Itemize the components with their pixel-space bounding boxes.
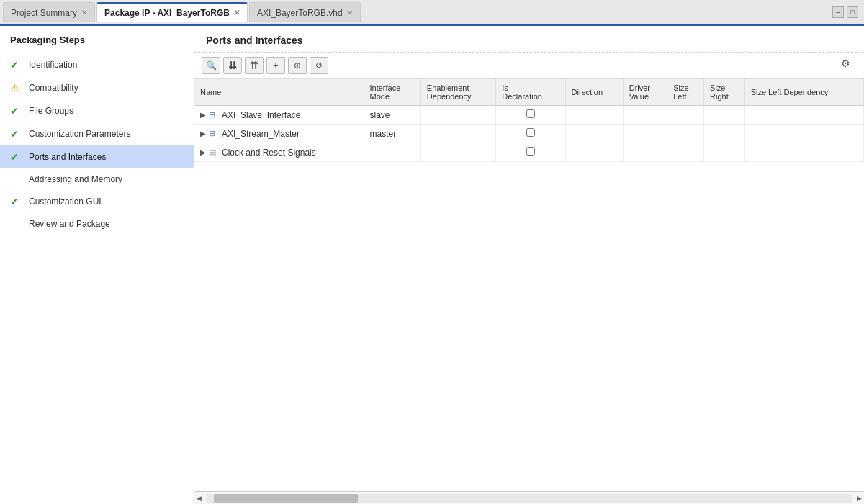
tab-label: AXI_BayerToRGB.vhd bbox=[257, 8, 343, 18]
tab-label: Package IP - AXI_BayerToRGB bbox=[104, 8, 230, 18]
tab-close-project-summary[interactable]: ✕ bbox=[81, 9, 87, 17]
is-declaration-checkbox-clock[interactable] bbox=[526, 147, 535, 156]
is-declaration-checkbox-axi-stream[interactable] bbox=[526, 128, 535, 137]
size-left-cell bbox=[667, 106, 704, 125]
table-row: ▶ ▤ Clock and Reset Signals bbox=[194, 143, 864, 162]
col-direction: Direction bbox=[565, 79, 623, 106]
scrollbar-thumb bbox=[214, 494, 358, 503]
sidebar-item-customization-parameters[interactable]: ✔ Customization Parameters bbox=[0, 122, 194, 145]
scroll-left-arrow[interactable]: ◀ bbox=[194, 495, 204, 502]
col-interface-mode: InterfaceMode bbox=[364, 79, 420, 106]
sidebar-item-compatibility[interactable]: ⚠ Compatibility bbox=[0, 76, 194, 99]
tab-package-ip[interactable]: Package IP - AXI_BayerToRGB ✕ bbox=[96, 2, 248, 22]
tab-vhd-file[interactable]: AXI_BayerToRGB.vhd ✕ bbox=[249, 2, 361, 22]
horizontal-scrollbar[interactable] bbox=[207, 494, 852, 503]
sidebar-title: Packaging Steps bbox=[0, 26, 194, 53]
refresh-icon: ↺ bbox=[315, 60, 323, 71]
tab-bar: Project Summary ✕ Package IP - AXI_Bayer… bbox=[0, 0, 864, 26]
enablement-dep-cell bbox=[420, 143, 495, 162]
is-declaration-cell bbox=[496, 106, 565, 125]
sidebar-item-review-and-package[interactable]: Review and Package bbox=[0, 213, 194, 235]
sidebar-item-label: Compatibility bbox=[29, 83, 78, 93]
size-right-cell bbox=[704, 143, 745, 162]
row-name-axi-stream: AXI_Stream_Master bbox=[222, 129, 300, 139]
check-icon-identification: ✔ bbox=[10, 59, 23, 71]
size-right-cell bbox=[704, 106, 745, 125]
is-declaration-checkbox-axi-slave[interactable] bbox=[526, 109, 535, 118]
interface-mode-cell: master bbox=[364, 125, 420, 143]
enablement-dep-cell bbox=[420, 106, 495, 125]
warn-icon-compatibility: ⚠ bbox=[10, 82, 23, 94]
maximize-button[interactable]: □ bbox=[847, 6, 858, 18]
collapse-all-button[interactable]: ⇊ bbox=[223, 57, 242, 74]
driver-value-cell bbox=[623, 106, 667, 125]
table-row: ▶ ⊞ AXI_Slave_Interface slave bbox=[194, 106, 864, 125]
check-icon-ports: ✔ bbox=[10, 151, 23, 163]
direction-cell bbox=[565, 143, 623, 162]
enablement-dep-cell bbox=[420, 125, 495, 143]
col-is-declaration: IsDeclaration bbox=[496, 79, 565, 106]
check-icon-file-groups: ✔ bbox=[10, 105, 23, 117]
tab-close-vhd[interactable]: ✕ bbox=[347, 9, 353, 17]
interface-mode-cell bbox=[364, 143, 420, 162]
sidebar-item-ports-and-interfaces[interactable]: ✔ Ports and Interfaces bbox=[0, 145, 194, 168]
bottom-bar: ◀ ▶ bbox=[194, 491, 864, 504]
sidebar-item-label: Review and Package bbox=[29, 219, 110, 229]
expand-btn-axi-slave[interactable]: ▶ bbox=[200, 111, 206, 119]
col-name: Name bbox=[194, 79, 364, 106]
table-wrapper: Name InterfaceMode EnablementDependency … bbox=[194, 79, 864, 491]
ports-table: Name InterfaceMode EnablementDependency … bbox=[194, 79, 864, 162]
direction-cell bbox=[565, 106, 623, 125]
minimize-button[interactable]: – bbox=[832, 6, 844, 18]
driver-value-cell bbox=[623, 125, 667, 143]
bus-icon-axi-slave: ⊞ bbox=[209, 110, 219, 120]
search-button[interactable]: 🔍 bbox=[202, 57, 220, 74]
scroll-right-arrow[interactable]: ▶ bbox=[855, 495, 864, 502]
is-declaration-cell bbox=[496, 143, 565, 162]
sidebar-item-label: Customization GUI bbox=[29, 197, 102, 207]
size-right-cell bbox=[704, 125, 745, 143]
refresh-button[interactable]: ↺ bbox=[310, 57, 328, 74]
sidebar-item-customization-gui[interactable]: ✔ Customization GUI bbox=[0, 190, 194, 213]
size-left-dep-cell bbox=[744, 106, 863, 125]
minimize-icon: – bbox=[836, 9, 840, 16]
add-button[interactable]: + bbox=[266, 57, 285, 74]
name-cell: ▶ ⊞ AXI_Slave_Interface bbox=[194, 106, 364, 125]
bus-icon-axi-stream: ⊞ bbox=[209, 129, 219, 139]
toolbar: 🔍 ⇊ ⇈ + ⊕ ↺ ⚙ bbox=[194, 53, 864, 79]
sidebar-item-file-groups[interactable]: ✔ File Groups bbox=[0, 99, 194, 122]
tab-close-package-ip[interactable]: ✕ bbox=[234, 9, 240, 17]
is-declaration-cell bbox=[496, 125, 565, 143]
sidebar-item-identification[interactable]: ✔ Identification bbox=[0, 53, 194, 76]
panel-header: Ports and Interfaces bbox=[194, 26, 864, 53]
table-row: ▶ ⊞ AXI_Stream_Master master bbox=[194, 125, 864, 143]
expand-btn-axi-stream[interactable]: ▶ bbox=[200, 130, 206, 138]
interface-mode-cell: slave bbox=[364, 106, 420, 125]
col-size-left-dependency: Size Left Dependency bbox=[744, 79, 863, 106]
collapse-all-icon: ⇊ bbox=[228, 60, 237, 71]
size-left-dep-cell bbox=[744, 125, 863, 143]
expand-btn-clock[interactable]: ▶ bbox=[200, 148, 206, 156]
settings-button[interactable]: ⚙ bbox=[841, 58, 857, 73]
main-layout: Packaging Steps ✔ Identification ⚠ Compa… bbox=[0, 26, 864, 504]
maximize-icon: □ bbox=[850, 9, 854, 16]
sidebar-item-addressing-and-memory[interactable]: Addressing and Memory bbox=[0, 168, 194, 190]
move-button[interactable]: ⊕ bbox=[288, 57, 307, 74]
name-cell: ▶ ⊞ AXI_Stream_Master bbox=[194, 125, 364, 143]
sidebar: Packaging Steps ✔ Identification ⚠ Compa… bbox=[0, 26, 194, 504]
expand-all-button[interactable]: ⇈ bbox=[245, 57, 264, 74]
row-name-axi-slave: AXI_Slave_Interface bbox=[222, 110, 300, 120]
expand-all-icon: ⇈ bbox=[250, 60, 258, 71]
check-icon-customization-gui: ✔ bbox=[10, 196, 23, 207]
sidebar-item-label: Ports and Interfaces bbox=[29, 152, 106, 162]
size-left-cell bbox=[667, 125, 704, 143]
col-size-right: SizeRight bbox=[704, 79, 745, 106]
tab-project-summary[interactable]: Project Summary ✕ bbox=[3, 2, 95, 22]
table-header-row: Name InterfaceMode EnablementDependency … bbox=[194, 79, 864, 106]
check-icon-customization-parameters: ✔ bbox=[10, 128, 23, 140]
size-left-cell bbox=[667, 143, 704, 162]
size-left-dep-cell bbox=[744, 143, 863, 162]
sidebar-item-label: Addressing and Memory bbox=[29, 174, 122, 184]
direction-cell bbox=[565, 125, 623, 143]
name-cell: ▶ ▤ Clock and Reset Signals bbox=[194, 143, 364, 162]
